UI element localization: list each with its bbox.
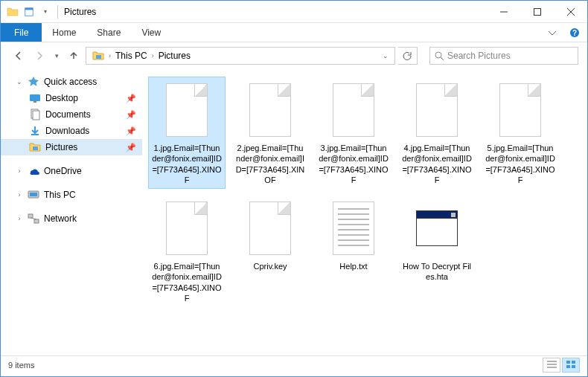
svg-rect-14 bbox=[33, 111, 39, 120]
sidebar-item-this-pc[interactable]: › This PC bbox=[1, 187, 142, 203]
properties-icon[interactable] bbox=[23, 6, 35, 18]
svg-rect-25 bbox=[572, 361, 575, 364]
text-file-icon bbox=[327, 199, 380, 258]
minimize-button[interactable] bbox=[487, 1, 520, 22]
ribbon-expand-icon[interactable] bbox=[543, 23, 562, 42]
help-icon[interactable]: ? bbox=[562, 23, 587, 42]
file-name: Help.txt bbox=[339, 261, 367, 271]
folder-icon bbox=[88, 48, 109, 64]
svg-point-9 bbox=[435, 52, 441, 58]
blank-file-icon bbox=[494, 80, 546, 140]
file-view[interactable]: 1.jpg.Email=[Thunder@fonix.email]ID=[7F7… bbox=[142, 69, 587, 355]
tab-file[interactable]: File bbox=[1, 23, 42, 42]
blank-file-icon bbox=[327, 80, 380, 140]
sidebar-item-quick-access[interactable]: ⌄ Quick access bbox=[1, 74, 142, 90]
blank-file-icon bbox=[411, 80, 463, 140]
sidebar-item-label: Downloads bbox=[45, 126, 89, 136]
search-placeholder: Search Pictures bbox=[447, 51, 511, 61]
svg-rect-1 bbox=[25, 7, 33, 10]
close-button[interactable] bbox=[554, 1, 587, 22]
svg-rect-19 bbox=[34, 219, 39, 223]
svg-rect-15 bbox=[33, 146, 38, 150]
svg-text:?: ? bbox=[572, 29, 577, 37]
blank-file-icon bbox=[244, 80, 296, 140]
sidebar-item-label: OneDrive bbox=[44, 166, 82, 176]
item-count: 9 items bbox=[8, 361, 34, 370]
network-icon bbox=[28, 213, 39, 225]
sidebar-item-downloads[interactable]: Downloads 📌 bbox=[1, 123, 142, 139]
file-item[interactable]: Cpriv.key bbox=[231, 195, 309, 307]
pin-icon: 📌 bbox=[126, 126, 136, 136]
blank-file-icon bbox=[161, 80, 213, 140]
navigation-bar: ▾ › This PC › Pictures ⌄ Search Pictures bbox=[1, 42, 587, 69]
file-item[interactable]: 3.jpg.Email=[Thunder@fonix.email]ID=[7F7… bbox=[315, 77, 392, 189]
breadcrumb-current[interactable]: Pictures bbox=[154, 48, 195, 64]
file-item[interactable]: 2.jpeg.Email=[Thunder@fonix.email]ID=[7F… bbox=[231, 77, 309, 189]
qat-dropdown-icon[interactable]: ▾ bbox=[39, 6, 51, 18]
back-button[interactable] bbox=[10, 47, 28, 65]
blank-file-icon bbox=[244, 199, 296, 258]
hta-file-icon bbox=[411, 199, 463, 258]
sidebar-item-label: Desktop bbox=[45, 93, 78, 103]
file-item[interactable]: 1.jpg.Email=[Thunder@fonix.email]ID=[7F7… bbox=[148, 77, 226, 189]
file-name: 4.jpg.Email=[Thunder@fonix.email]ID=[7F7… bbox=[402, 143, 472, 185]
chevron-right-icon[interactable]: › bbox=[16, 167, 23, 175]
desktop-icon bbox=[29, 92, 41, 104]
pictures-icon bbox=[29, 141, 41, 153]
chevron-right-icon[interactable]: › bbox=[16, 215, 23, 222]
chevron-right-icon[interactable]: › bbox=[16, 191, 23, 199]
file-item[interactable]: 6.jpg.Email=[Thunder@fonix.email]ID=[7F7… bbox=[148, 195, 226, 307]
refresh-button[interactable] bbox=[398, 47, 418, 65]
navigation-pane: ⌄ Quick access Desktop 📌 Documents 📌 Dow… bbox=[1, 69, 142, 355]
sidebar-item-network[interactable]: › Network bbox=[1, 210, 142, 227]
file-item[interactable]: Help.txt bbox=[315, 195, 392, 307]
sidebar-item-desktop[interactable]: Desktop 📌 bbox=[1, 90, 142, 106]
sidebar-item-onedrive[interactable]: › OneDrive bbox=[1, 163, 142, 179]
address-bar[interactable]: › This PC › Pictures ⌄ bbox=[86, 47, 395, 65]
svg-rect-3 bbox=[534, 8, 540, 15]
search-icon bbox=[435, 51, 444, 61]
quick-access-toolbar: ▾ bbox=[7, 6, 51, 18]
file-item[interactable]: 5.jpg.Email=[Thunder@fonix.email]ID=[7F7… bbox=[482, 77, 559, 189]
file-item[interactable]: How To Decrypt Files.hta bbox=[398, 195, 476, 307]
window-title: Pictures bbox=[64, 7, 96, 17]
breadcrumb-root[interactable]: This PC bbox=[111, 48, 152, 64]
pin-icon: 📌 bbox=[126, 110, 136, 120]
file-name: 6.jpg.Email=[Thunder@fonix.email]ID=[7F7… bbox=[152, 261, 222, 303]
ribbon-tabs: File Home Share View ? bbox=[1, 23, 587, 42]
svg-line-20 bbox=[31, 218, 36, 219]
pin-icon: 📌 bbox=[126, 143, 136, 152]
tab-share[interactable]: Share bbox=[86, 23, 131, 42]
documents-icon bbox=[29, 109, 41, 120]
window-controls bbox=[487, 1, 587, 22]
forward-button[interactable] bbox=[31, 47, 48, 65]
tab-home[interactable]: Home bbox=[42, 23, 86, 42]
pc-icon bbox=[28, 189, 39, 201]
file-item[interactable]: 4.jpg.Email=[Thunder@fonix.email]ID=[7F7… bbox=[398, 77, 476, 189]
icons-view-button[interactable] bbox=[562, 358, 580, 373]
tab-view[interactable]: View bbox=[131, 23, 171, 42]
sidebar-item-label: This PC bbox=[44, 190, 76, 200]
star-icon bbox=[28, 76, 39, 88]
sidebar-item-documents[interactable]: Documents 📌 bbox=[1, 106, 142, 123]
address-dropdown-icon[interactable]: ⌄ bbox=[378, 52, 393, 59]
blank-file-icon bbox=[161, 199, 213, 258]
file-name: 1.jpg.Email=[Thunder@fonix.email]ID=[7F7… bbox=[152, 143, 222, 185]
svg-line-10 bbox=[441, 57, 444, 60]
maximize-button[interactable] bbox=[520, 1, 554, 22]
up-button[interactable] bbox=[65, 47, 83, 65]
onedrive-icon bbox=[28, 165, 39, 177]
details-view-button[interactable] bbox=[543, 358, 560, 373]
chevron-down-icon[interactable]: ⌄ bbox=[16, 78, 23, 86]
sidebar-item-label: Documents bbox=[45, 109, 91, 120]
sidebar-item-label: Network bbox=[44, 213, 77, 224]
search-input[interactable]: Search Pictures bbox=[429, 47, 578, 65]
file-name: How To Decrypt Files.hta bbox=[402, 261, 472, 283]
sidebar-item-label: Pictures bbox=[45, 142, 77, 152]
svg-rect-17 bbox=[30, 193, 37, 196]
sidebar-item-label: Quick access bbox=[44, 77, 97, 87]
sidebar-item-pictures[interactable]: Pictures 📌 bbox=[1, 139, 142, 155]
recent-locations-icon[interactable]: ▾ bbox=[51, 47, 62, 65]
file-name: 3.jpg.Email=[Thunder@fonix.email]ID=[7F7… bbox=[319, 143, 389, 185]
svg-rect-18 bbox=[28, 214, 33, 218]
